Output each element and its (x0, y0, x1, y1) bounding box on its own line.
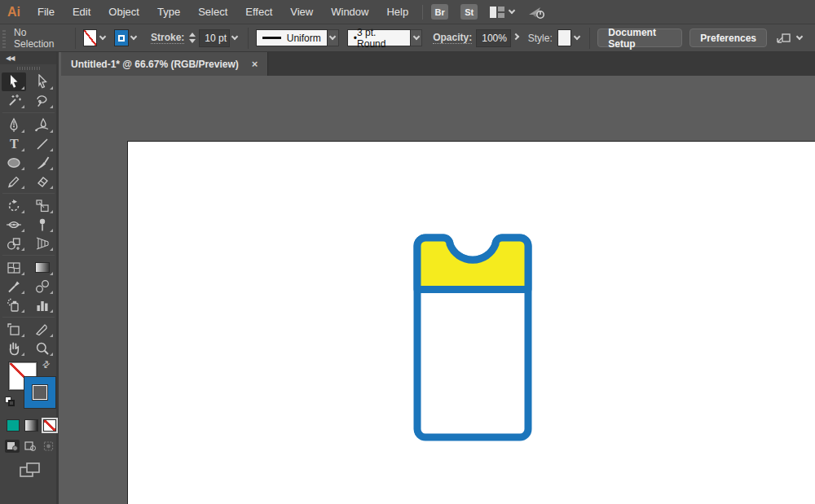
artwork-layer (0, 0, 815, 504)
shirt-yoke-shape[interactable] (417, 238, 528, 290)
artwork-shirt[interactable] (417, 238, 528, 437)
